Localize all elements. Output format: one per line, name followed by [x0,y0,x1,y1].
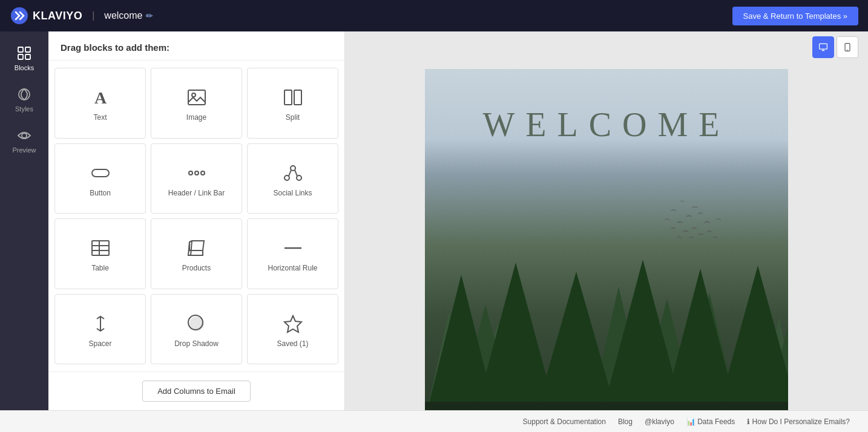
drop-shadow-block-label: Drop Shadow [174,339,219,348]
project-name: welcome ✏ [104,10,153,21]
svg-rect-2 [25,47,30,52]
social-links-label: Social Links [273,189,312,197]
desktop-icon [818,42,828,52]
desktop-view-button[interactable] [812,36,834,58]
button-block-icon [90,162,111,184]
table-block-icon [90,237,111,259]
products-block-icon [186,237,208,259]
twitter-link[interactable]: @klaviyo [645,417,674,426]
add-columns-wrapper: Add Columns to Email [48,371,344,410]
app-header: KLAVIYO | welcome ✏ Save & Return to Tem… [0,0,868,31]
image-block-label: Image [186,113,206,122]
svg-marker-30 [284,316,301,332]
block-products[interactable]: Products [151,218,242,289]
svg-point-16 [291,166,295,171]
svg-point-18 [297,175,301,180]
svg-rect-4 [25,54,30,59]
block-horizontal-rule[interactable]: Horizontal Rule [247,218,338,289]
email-canvas: WELCOME [425,69,788,410]
blog-link[interactable]: Blog [618,417,633,426]
blocks-icon [16,45,33,62]
canvas-toolbar [345,31,868,63]
welcome-image: WELCOME [425,69,788,410]
personalize-link[interactable]: ℹ How Do I Personalize Emails? [747,417,850,426]
styles-icon [16,86,33,103]
saved-block-label: Saved (1) [277,339,308,348]
table-block-label: Table [91,264,109,272]
svg-rect-11 [294,90,301,105]
blocks-label: Blocks [15,64,34,71]
split-block-label: Split [286,113,300,122]
sidebar-item-styles[interactable]: Styles [0,77,48,119]
block-text[interactable]: A Text [54,68,146,139]
data-feeds-icon: 📊 [686,417,697,426]
svg-rect-3 [18,54,23,59]
logo-text: KLAVIYO [33,10,82,22]
svg-point-35 [847,50,848,51]
svg-rect-31 [820,44,827,49]
data-feeds-link[interactable]: 📊 Data Feeds [686,417,735,426]
svg-rect-56 [425,402,788,410]
text-block-label: Text [93,113,107,122]
svg-point-9 [192,93,196,97]
block-spacer[interactable]: Spacer [54,294,146,365]
drop-shadow-block-icon [186,313,208,335]
svg-rect-21 [92,241,109,255]
spacer-block-icon [90,313,111,335]
text-block-icon: A [90,87,111,108]
save-return-button[interactable]: Save & Return to Templates » [732,7,858,25]
block-panel-header: Drag blocks to add them: [48,31,344,61]
image-block-icon [186,87,208,108]
svg-point-13 [189,171,192,175]
svg-rect-10 [284,90,292,105]
svg-marker-52 [534,272,619,410]
svg-text:A: A [94,88,107,107]
canvas-content: WELCOME [345,63,868,410]
svg-point-14 [195,171,199,175]
canvas-area: WELCOME [345,31,868,410]
svg-line-20 [295,170,297,176]
sidebar-item-blocks[interactable]: Blocks [0,36,48,77]
block-split[interactable]: Split [247,68,338,139]
footer: Support & Documentation Blog @klaviyo 📊 … [0,410,868,432]
klaviyo-logo-icon [10,6,29,25]
block-saved[interactable]: Saved (1) [247,294,338,365]
svg-rect-12 [92,169,109,177]
block-panel: Drag blocks to add them: A Text Image [48,31,345,410]
personalize-icon: ℹ [747,417,752,426]
products-block-label: Products [182,264,211,272]
svg-rect-8 [188,90,205,105]
sidebar-item-preview[interactable]: Preview [0,119,48,160]
split-block-icon [282,87,304,108]
mobile-icon [843,42,852,52]
svg-line-25 [191,241,192,255]
mobile-view-button[interactable] [837,36,858,58]
block-social-links[interactable]: Social Links [247,143,338,214]
saved-block-icon [282,313,304,335]
icon-sidebar: Blocks Styles Preview [0,31,48,410]
edit-project-icon[interactable]: ✏ [146,11,153,21]
svg-marker-55 [715,266,788,410]
block-header-link-bar[interactable]: Header / Link Bar [151,143,242,214]
blocks-grid: A Text Image Split [48,61,344,371]
block-table[interactable]: Table [54,218,146,289]
preview-label: Preview [12,146,36,154]
styles-label: Styles [15,105,33,113]
svg-rect-1 [18,47,23,52]
header-left: KLAVIYO | welcome ✏ [10,6,153,25]
welcome-text: WELCOME [425,105,788,144]
social-links-icon [282,162,304,184]
svg-line-19 [289,170,291,176]
svg-point-6 [22,133,27,138]
svg-point-15 [201,171,205,175]
block-button[interactable]: Button [54,143,146,214]
svg-point-17 [284,175,289,180]
spacer-block-label: Spacer [88,339,111,348]
block-drop-shadow[interactable]: Drop Shadow [151,294,242,365]
block-image[interactable]: Image [151,68,242,139]
birds-illustration [619,190,740,263]
horizontal-rule-label: Horizontal Rule [268,264,317,272]
support-link[interactable]: Support & Documentation [523,417,606,426]
add-columns-button[interactable]: Add Columns to Email [142,381,251,402]
button-block-label: Button [90,189,111,197]
